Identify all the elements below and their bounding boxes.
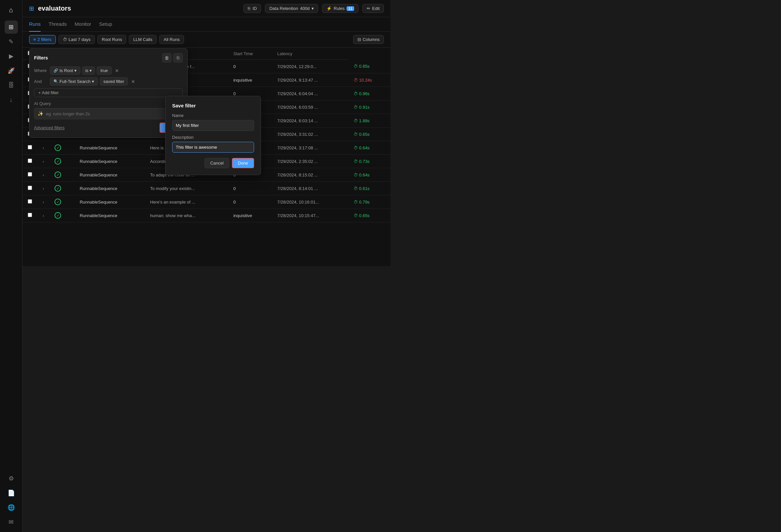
filter2-value: saved filter [100,77,128,86]
header: ⊞ evaluators ⎘ ID Data Retention 400d ▾ … [23,0,390,17]
edit-button[interactable]: ✏ Edit [362,4,384,13]
row-start-time-cell: 7/29/2024, 9:13:47 ... [272,73,348,87]
copy-filter-button[interactable]: ⎘ [173,53,183,63]
filter1-op[interactable]: is ▾ [82,67,95,75]
date-filter-button[interactable]: ⏱ Last 7 days [58,35,95,44]
id-button[interactable]: ⎘ ID [244,4,261,13]
row-start-time-cell: 7/29/2024, 6:04:04 ... [272,87,348,100]
row-checkbox-cell [23,155,37,168]
latency-value: ⏱ 0.96s [354,91,369,96]
ai-query-field[interactable] [46,111,172,116]
filters-button[interactable]: ≡ 2 filters [29,35,56,44]
tab-setup[interactable]: Setup [99,17,112,32]
sidebar-item-grid[interactable]: ⊞ [5,21,18,34]
row-start-time-cell: 7/29/2024, 12:29:0... [272,60,348,73]
data-retention-button[interactable]: Data Retention 400d ▾ [265,4,318,13]
col-start-time: Start Time [228,48,272,60]
row-expand-cell[interactable]: › [37,182,49,195]
row-status-cell: ✓ [49,195,74,209]
rules-button[interactable]: ⚡ Rules 11 [322,4,359,13]
filter-name-input[interactable] [172,120,254,131]
edit-label: Edit [372,6,380,11]
filter-footer: Advanced filters Save [34,123,183,133]
and-label: And [34,79,48,84]
ai-query-label: AI Query [34,101,183,106]
row-checkbox-9[interactable] [28,186,32,190]
advanced-filters-link[interactable]: Advanced filters [34,125,65,130]
latency-value: ⏱ 0.61s [354,186,369,191]
row-name-cell: RunnableSequence [74,209,145,222]
row-checkbox-cell [23,182,37,195]
status-icon: ✓ [54,145,61,151]
filter1-value: true [97,67,111,75]
row-expand-cell[interactable]: › [37,155,49,168]
row-output-cell: 0 [228,195,272,209]
all-runs-button[interactable]: All Runs [159,35,184,44]
latency-value: ⏱ 0.64s [354,172,369,177]
row-checkbox-11[interactable] [28,213,32,217]
modal-cancel-button[interactable]: Cancel [205,158,229,168]
row-checkbox-7[interactable] [28,159,32,163]
toolbar: ≡ 2 filters ⏱ Last 7 days Root Runs LLM … [23,32,390,48]
row-output-cell: 0 [228,60,272,73]
row-latency-cell: ⏱ 0.91s [348,100,390,114]
pencil-icon: ✏ [367,6,370,11]
row-status-cell: ✓ [49,168,74,182]
columns-button[interactable]: ⊟ Columns [353,35,384,44]
filter-icon: ≡ [33,37,36,42]
status-icon: ✓ [54,212,61,219]
row-expand-cell[interactable]: › [37,141,49,155]
link-icon: 🔗 [53,69,58,73]
tab-runs[interactable]: Runs [29,17,41,32]
latency-value: ⏱ 0.73s [354,159,369,164]
row-latency-cell: ⏱ 0.96s [348,87,390,100]
status-icon: ✓ [54,171,61,178]
row-latency-cell: ⏱ 10.24s [348,73,390,87]
row-latency-cell: ⏱ 0.64s [348,141,390,155]
root-runs-button[interactable]: Root Runs [97,35,126,44]
filter-description-input[interactable] [172,142,254,153]
llm-calls-label: LLM Calls [133,37,152,42]
sidebar-item-database[interactable]: 🗄 [5,79,18,92]
row-expand-cell[interactable]: › [37,168,49,182]
row-latency-cell: ⏱ 1.88s [348,114,390,128]
llm-calls-button[interactable]: LLM Calls [129,35,157,44]
tab-monitor[interactable]: Monitor [75,17,91,32]
latency-value: ⏱ 0.65s [354,132,369,137]
row-name-cell: RunnableSequence [74,168,145,182]
sidebar-item-rocket[interactable]: 🚀 [5,64,18,77]
sidebar-item-play[interactable]: ▶ [5,49,18,63]
sidebar-item-download[interactable]: ↓ [5,93,18,107]
row-status-cell: ✓ [49,209,74,222]
modal-done-button[interactable]: Done [232,158,254,168]
row-input-cell: To modify your existin... [145,182,228,195]
row-checkbox-10[interactable] [28,199,32,204]
row-checkbox-8[interactable] [28,172,32,176]
delete-filter-button[interactable]: 🗑 [162,53,171,63]
row-name-cell: RunnableSequence [74,141,145,155]
filter1-field[interactable]: 🔗 Is Root ▾ [50,67,80,75]
table-row: › ✓ RunnableSequence To modify your exis… [23,182,390,195]
sidebar-item-edit[interactable]: ✎ [5,35,18,48]
copy-icon: ⎘ [248,6,250,11]
tabs-bar: Runs Threads Monitor Setup [23,17,390,32]
name-label: Name [172,113,254,118]
status-icon: ✓ [54,158,61,165]
id-label: ID [252,6,257,11]
columns-label: Columns [363,37,380,42]
remove-filter2-button[interactable]: ✕ [130,78,136,85]
row-output-cell: inquisitive [228,73,272,87]
all-runs-label: All Runs [164,37,179,42]
row-expand-cell[interactable]: › [37,209,49,222]
filter2-field[interactable]: 🔍 Full-Text Search ▾ [50,77,98,86]
row-input-cell: human: show me wha... [145,209,228,222]
row-checkbox-6[interactable] [28,145,32,149]
row-expand-cell[interactable]: › [37,195,49,209]
add-filter-button[interactable]: + Add filter [34,88,183,97]
ai-query-input-container[interactable]: ✨ ➤ [34,108,183,119]
description-label: Description [172,135,254,140]
tab-threads[interactable]: Threads [49,17,67,32]
remove-filter1-button[interactable]: ✕ [114,68,120,74]
save-filter-modal: Save filter Name Description Cancel Done [165,96,261,175]
row-start-time-cell: 7/28/2024, 10:15:47... [272,209,348,222]
